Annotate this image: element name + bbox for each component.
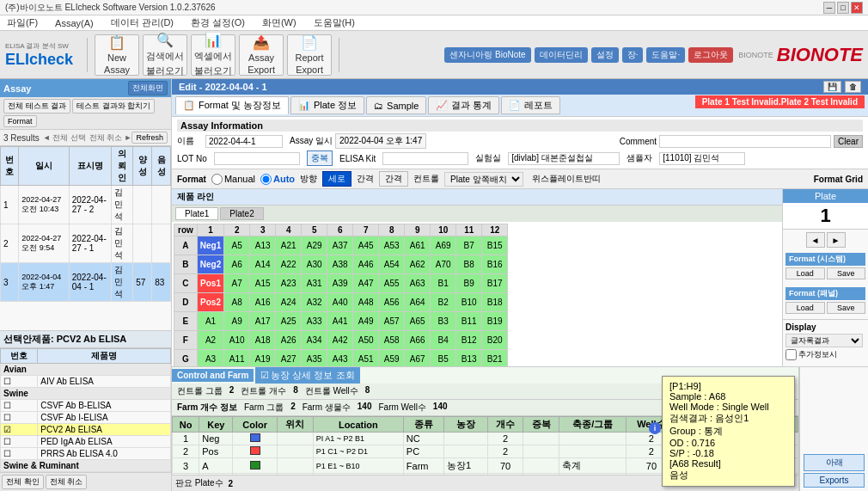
cell-D1[interactable]: Pos2 (197, 293, 223, 312)
delete-btn[interactable]: 🗑 (845, 81, 861, 93)
cell-C8[interactable]: A55 (379, 274, 405, 293)
close-btn[interactable]: ✕ (851, 2, 863, 14)
cell-F11[interactable]: B12 (456, 331, 482, 350)
tab-stats[interactable]: 📈 결과 통계 (428, 96, 499, 114)
cell-C7[interactable]: A47 (353, 274, 379, 293)
cell-A9[interactable]: A61 (405, 236, 431, 255)
save-btn-1[interactable]: Save (827, 267, 866, 279)
elisa-kit-input[interactable] (382, 152, 468, 165)
cell-E1[interactable]: A1 (197, 312, 223, 331)
clear-btn[interactable]: Clear (834, 135, 863, 148)
cell-A8[interactable]: A53 (379, 236, 405, 255)
cell-C6[interactable]: A39 (327, 274, 353, 293)
table-row[interactable]: 1 2022-04-27 오전 10:43 2022-04-27 - 2 김민석 (1, 186, 171, 224)
cell-F8[interactable]: A58 (379, 331, 405, 350)
cell-E8[interactable]: A57 (379, 312, 405, 331)
cell-F6[interactable]: A42 (327, 331, 353, 350)
list-item[interactable]: ☑ PCV2 Ab ELISA (1, 424, 171, 436)
window-controls[interactable]: ─ □ ✕ (823, 2, 863, 14)
menu-help[interactable]: 도움말(H) (310, 16, 358, 29)
cell-checkbox[interactable]: ☑ (1, 424, 38, 436)
tab-sample[interactable]: 🗂 Sample (366, 96, 426, 114)
table-row[interactable]: 3 2022-04-04 오후 1:47 2022-04-04 - 1 김민석 … (1, 263, 171, 302)
cell-checkbox[interactable]: ☐ (1, 400, 38, 412)
new-assay-btn[interactable]: 📋 New Assay (95, 34, 139, 76)
cell-checkbox[interactable]: ☐ (1, 448, 38, 460)
cell-F5[interactable]: A34 (302, 331, 327, 350)
duplicate-btn[interactable]: 중복 (307, 150, 333, 166)
tab-format[interactable]: 📋 Format 및 농장정보 (175, 96, 289, 114)
cell-B11[interactable]: B8 (456, 255, 482, 274)
comment-input[interactable] (659, 135, 831, 148)
cell-B3[interactable]: A14 (250, 255, 276, 274)
cell-B12[interactable]: B16 (482, 255, 508, 274)
cell-G6[interactable]: A43 (327, 350, 353, 367)
control-select[interactable]: Plate 앞쪽배치 (444, 172, 523, 187)
lab-input[interactable] (508, 152, 620, 165)
excel-load-btn[interactable]: 📊 엑셀에서 불러오기 (191, 34, 235, 76)
fullscreen-btn[interactable]: 전체화면 (128, 81, 168, 95)
cell-D4[interactable]: A24 (276, 293, 302, 312)
tab-report[interactable]: 📄 레포트 (501, 96, 560, 114)
cell-E12[interactable]: B19 (482, 312, 508, 331)
cell-B2[interactable]: A6 (224, 255, 250, 274)
settings-btn[interactable]: 설정 (591, 47, 619, 63)
sample-input[interactable] (659, 152, 745, 165)
cell-D8[interactable]: A56 (379, 293, 405, 312)
cell-C10[interactable]: B1 (431, 274, 456, 293)
cell-G1[interactable]: A3 (197, 350, 223, 367)
load-btn-1[interactable]: Load (785, 267, 825, 279)
plate-next-btn[interactable]: ► (827, 232, 846, 248)
cell-A1[interactable]: Neg1 (197, 236, 223, 255)
cell-A3[interactable]: A13 (250, 236, 276, 255)
tab-plate[interactable]: 📊 Plate 정보 (290, 96, 364, 114)
auto-option[interactable]: Auto (260, 174, 295, 185)
cell-E10[interactable]: B3 (431, 312, 456, 331)
cell-A4[interactable]: A21 (276, 236, 302, 255)
name-input[interactable] (205, 135, 283, 148)
cell-G4[interactable]: A27 (276, 350, 302, 367)
cell-B10[interactable]: A70 (431, 255, 456, 274)
save-btn-2[interactable]: Save (827, 302, 866, 314)
cell-A12[interactable]: B15 (482, 236, 508, 255)
cell-D10[interactable]: B2 (431, 293, 456, 312)
cell-D11[interactable]: B10 (456, 293, 482, 312)
manual-radio[interactable] (211, 174, 223, 185)
cell-G5[interactable]: A35 (302, 350, 327, 367)
assay-export-btn[interactable]: 📤 Assay Export (239, 34, 284, 76)
cell-D5[interactable]: A32 (302, 293, 327, 312)
cell-A7[interactable]: A45 (353, 236, 379, 255)
menu-settings[interactable]: 환경 설정(O) (187, 16, 248, 29)
exports-btn[interactable]: Exports (804, 473, 865, 488)
cell-G7[interactable]: A51 (353, 350, 379, 367)
cell-G11[interactable]: B13 (456, 350, 482, 367)
cell-G2[interactable]: A11 (224, 350, 250, 367)
cell-E5[interactable]: A33 (302, 312, 327, 331)
cell-D9[interactable]: A64 (405, 293, 431, 312)
cell-A6[interactable]: A37 (327, 236, 353, 255)
cell-C11[interactable]: B9 (456, 274, 482, 293)
help-btn[interactable]: 도움말· (646, 47, 685, 63)
down-btn[interactable]: 아래 (804, 454, 865, 471)
logout-btn[interactable]: 로그아웃 (688, 47, 733, 63)
cell-G10[interactable]: B5 (431, 350, 456, 367)
refresh-btn[interactable]: Refresh (131, 132, 168, 144)
menu-assay[interactable]: Assay(A) (52, 18, 97, 28)
cell-B4[interactable]: A22 (276, 255, 302, 274)
direction-btn[interactable]: 세로 (322, 171, 351, 187)
cell-E11[interactable]: B11 (456, 312, 482, 331)
cell-A2[interactable]: A5 (224, 236, 250, 255)
search-load-btn[interactable]: 🔍 검색에서 불러오기 (143, 34, 187, 76)
cell-D12[interactable]: B18 (482, 293, 508, 312)
cell-C2[interactable]: A7 (224, 274, 250, 293)
cell-checkbox[interactable]: ☐ (1, 376, 38, 388)
cell-B9[interactable]: A62 (405, 255, 431, 274)
cell-checkbox[interactable]: ☐ (1, 412, 38, 424)
merge-results-btn[interactable]: 테스트 결과와 합치기 (72, 99, 155, 114)
table-row[interactable]: 2 2022-04-27 오전 9:54 2022-04-27 - 1 김민석 (1, 224, 171, 263)
cell-A10[interactable]: A69 (431, 236, 456, 255)
cell-B6[interactable]: A38 (327, 255, 353, 274)
cell-B7[interactable]: A46 (353, 255, 379, 274)
add-report-checkbox[interactable] (785, 349, 797, 360)
cell-G12[interactable]: B21 (482, 350, 508, 367)
